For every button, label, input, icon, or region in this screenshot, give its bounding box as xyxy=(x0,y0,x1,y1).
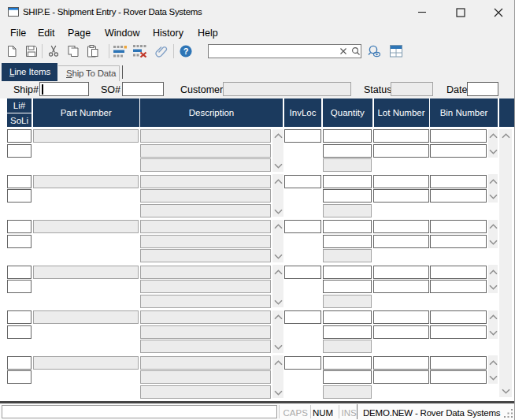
svg-text:?: ? xyxy=(183,46,189,56)
